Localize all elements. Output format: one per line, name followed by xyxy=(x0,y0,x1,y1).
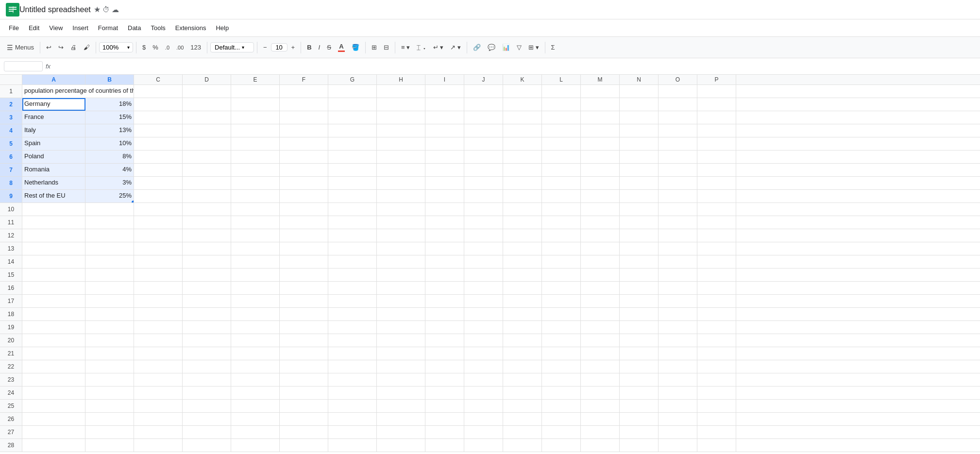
cell-G18[interactable] xyxy=(328,308,377,320)
cell-c7[interactable] xyxy=(134,164,183,176)
cell-M14[interactable] xyxy=(581,255,620,268)
cell-A12[interactable] xyxy=(22,229,85,242)
cell-D22[interactable] xyxy=(183,360,231,373)
cell-f4[interactable] xyxy=(280,124,328,137)
cell-N21[interactable] xyxy=(620,347,659,360)
cell-L22[interactable] xyxy=(542,360,581,373)
cell-H15[interactable] xyxy=(377,269,425,281)
cell-n1[interactable] xyxy=(620,85,659,98)
cell-L23[interactable] xyxy=(542,373,581,386)
h-align-button[interactable]: ≡ ▾ xyxy=(398,42,413,53)
cell-P27[interactable] xyxy=(697,426,736,438)
zoom-selector[interactable]: 100% ▾ xyxy=(99,42,133,52)
menus-button[interactable]: ☰ Menus xyxy=(4,42,37,53)
cell-c1[interactable] xyxy=(134,85,183,98)
cell-F14[interactable] xyxy=(280,255,328,268)
doc-title[interactable]: Untitled spreadsheet xyxy=(19,5,91,14)
cell-B16[interactable] xyxy=(85,282,134,294)
cell-c2[interactable] xyxy=(134,98,183,111)
cell-J10[interactable] xyxy=(464,203,503,216)
borders-button[interactable]: ⊞ xyxy=(369,42,380,53)
cell-K25[interactable] xyxy=(503,400,542,412)
cell-j8[interactable] xyxy=(464,177,503,189)
cell-N10[interactable] xyxy=(620,203,659,216)
cell-F26[interactable] xyxy=(280,413,328,425)
cell-H19[interactable] xyxy=(377,321,425,334)
cell-E10[interactable] xyxy=(231,203,280,216)
cell-K19[interactable] xyxy=(503,321,542,334)
cell-M21[interactable] xyxy=(581,347,620,360)
cell-c4[interactable] xyxy=(134,124,183,137)
cell-J21[interactable] xyxy=(464,347,503,360)
cell-N24[interactable] xyxy=(620,387,659,399)
cell-K21[interactable] xyxy=(503,347,542,360)
cell-p2[interactable] xyxy=(697,98,736,111)
cell-k8[interactable] xyxy=(503,177,542,189)
cell-G12[interactable] xyxy=(328,229,377,242)
cell-J27[interactable] xyxy=(464,426,503,438)
cell-p3[interactable] xyxy=(697,111,736,124)
cell-O11[interactable] xyxy=(659,216,697,229)
cell-I10[interactable] xyxy=(425,203,464,216)
cell-l5[interactable] xyxy=(542,137,581,150)
cell-f8[interactable] xyxy=(280,177,328,189)
cell-I12[interactable] xyxy=(425,229,464,242)
cell-I20[interactable] xyxy=(425,334,464,347)
cell-B17[interactable] xyxy=(85,295,134,307)
cell-B19[interactable] xyxy=(85,321,134,334)
cell-a4[interactable]: Italy xyxy=(22,124,85,137)
cell-l7[interactable] xyxy=(542,164,581,176)
cell-p5[interactable] xyxy=(697,137,736,150)
cell-m5[interactable] xyxy=(581,137,620,150)
cell-H10[interactable] xyxy=(377,203,425,216)
cell-A19[interactable] xyxy=(22,321,85,334)
cell-O23[interactable] xyxy=(659,373,697,386)
cell-h4[interactable] xyxy=(377,124,425,137)
cell-O20[interactable] xyxy=(659,334,697,347)
cell-P13[interactable] xyxy=(697,242,736,255)
cell-P19[interactable] xyxy=(697,321,736,334)
cell-L17[interactable] xyxy=(542,295,581,307)
cell-H22[interactable] xyxy=(377,360,425,373)
cell-g8[interactable] xyxy=(328,177,377,189)
cell-E11[interactable] xyxy=(231,216,280,229)
col-header-a[interactable]: A xyxy=(22,75,85,84)
cell-O27[interactable] xyxy=(659,426,697,438)
cell-H16[interactable] xyxy=(377,282,425,294)
cell-G21[interactable] xyxy=(328,347,377,360)
cell-f2[interactable] xyxy=(280,98,328,111)
cell-b6[interactable]: 8% xyxy=(85,151,134,163)
comment-button[interactable]: 💬 xyxy=(485,42,498,53)
cell-P14[interactable] xyxy=(697,255,736,268)
cell-C14[interactable] xyxy=(134,255,183,268)
cell-N13[interactable] xyxy=(620,242,659,255)
menu-tools[interactable]: Tools xyxy=(146,22,170,34)
cell-I25[interactable] xyxy=(425,400,464,412)
font-size-decrease-button[interactable]: − xyxy=(260,42,270,53)
cell-N15[interactable] xyxy=(620,269,659,281)
cell-H28[interactable] xyxy=(377,439,425,452)
cell-B21[interactable] xyxy=(85,347,134,360)
cell-g1[interactable] xyxy=(328,85,377,98)
menu-data[interactable]: Data xyxy=(123,22,146,34)
cell-A13[interactable] xyxy=(22,242,85,255)
cell-C21[interactable] xyxy=(134,347,183,360)
cell-H17[interactable] xyxy=(377,295,425,307)
cell-d6[interactable] xyxy=(183,151,231,163)
cell-L21[interactable] xyxy=(542,347,581,360)
cell-h3[interactable] xyxy=(377,111,425,124)
cell-A15[interactable] xyxy=(22,269,85,281)
cell-h7[interactable] xyxy=(377,164,425,176)
cell-P18[interactable] xyxy=(697,308,736,320)
cell-p7[interactable] xyxy=(697,164,736,176)
star-icon[interactable]: ★ xyxy=(94,5,101,14)
cell-i2[interactable] xyxy=(425,98,464,111)
col-header-l[interactable]: L xyxy=(542,75,581,84)
cell-M10[interactable] xyxy=(581,203,620,216)
cell-M19[interactable] xyxy=(581,321,620,334)
cell-J15[interactable] xyxy=(464,269,503,281)
cell-o6[interactable] xyxy=(659,151,697,163)
cell-H13[interactable] xyxy=(377,242,425,255)
col-header-i[interactable]: I xyxy=(425,75,464,84)
cell-G20[interactable] xyxy=(328,334,377,347)
